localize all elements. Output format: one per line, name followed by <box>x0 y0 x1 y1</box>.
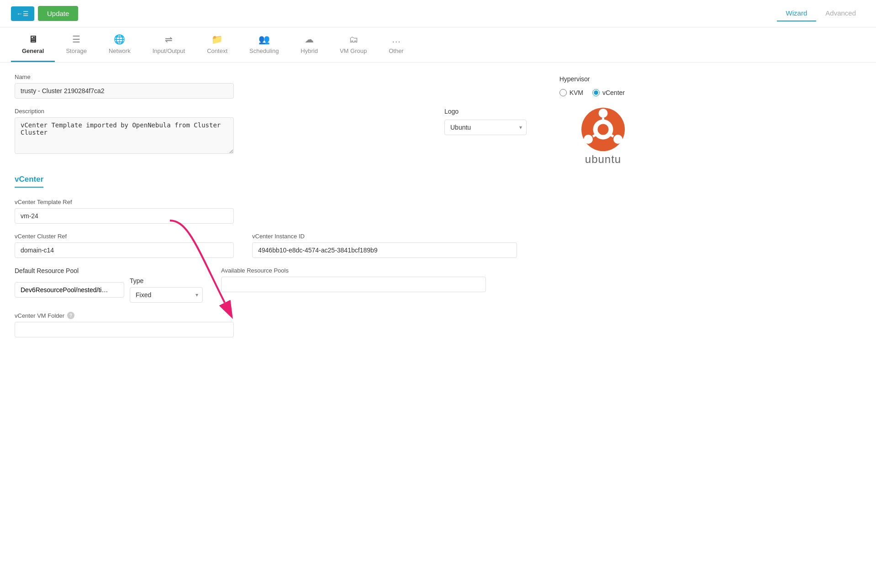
tab-storage-label: Storage <box>66 47 87 54</box>
vmgroup-icon: 🗂 <box>349 34 358 45</box>
svg-point-2 <box>598 124 609 135</box>
tab-network[interactable]: 🌐 Network <box>98 27 142 62</box>
cluster-ref-input[interactable] <box>15 242 234 258</box>
description-field-group: Description vCenter Template imported by… <box>15 108 234 154</box>
top-bar-left: ←☰ Update <box>11 6 78 21</box>
cluster-instance-row: vCenter Cluster Ref vCenter Instance ID <box>15 233 625 258</box>
available-pools-field: Available Resource Pools <box>221 267 486 292</box>
available-pools-label: Available Resource Pools <box>221 267 486 274</box>
template-ref-label: vCenter Template Ref <box>15 199 234 205</box>
name-field-group: Name <box>15 74 234 99</box>
template-ref-field: vCenter Template Ref <box>15 199 234 224</box>
context-icon: 📁 <box>211 34 223 45</box>
instance-id-label: vCenter Instance ID <box>252 233 517 240</box>
general-icon: 🖥 <box>28 34 37 45</box>
vm-folder-help-icon[interactable]: ? <box>67 312 74 319</box>
tab-hybrid-label: Hybrid <box>301 47 318 54</box>
radio-group: KVM vCenter <box>559 89 625 96</box>
vm-folder-input[interactable] <box>15 322 234 337</box>
vm-folder-section: vCenter VM Folder ? <box>15 312 625 337</box>
back-button[interactable]: ←☰ <box>11 6 34 21</box>
tab-context[interactable]: 📁 Context <box>196 27 238 62</box>
default-pool-input[interactable] <box>15 282 124 298</box>
vcenter-option[interactable]: vCenter <box>592 89 625 96</box>
name-input[interactable] <box>15 83 234 99</box>
instance-id-input[interactable] <box>252 242 517 258</box>
top-bar: ←☰ Update Wizard Advanced <box>0 0 876 27</box>
vm-folder-label: vCenter VM Folder ? <box>15 312 234 319</box>
logo-select-container: Ubuntu CentOS Debian Windows Other ▾ <box>444 120 527 135</box>
type-select-container: Fixed Dynamic ▾ <box>130 287 203 303</box>
hypervisor-section: Hypervisor KVM vCenter <box>559 75 625 96</box>
ubuntu-text: ubuntu <box>585 153 621 166</box>
tab-other[interactable]: … Other <box>378 28 415 62</box>
available-pools-input[interactable] <box>221 277 486 292</box>
vm-folder-field: vCenter VM Folder ? <box>15 312 234 337</box>
description-textarea[interactable]: vCenter Template imported by OpenNebula … <box>15 117 234 154</box>
type-label: Type <box>130 277 203 284</box>
cluster-ref-field: vCenter Cluster Ref <box>15 233 234 258</box>
ubuntu-logo-svg <box>581 108 625 151</box>
template-ref-input[interactable] <box>15 208 234 224</box>
hypervisor-label: Hypervisor <box>559 75 625 83</box>
scheduling-icon: 👥 <box>259 34 270 45</box>
vcenter-radio-label: vCenter <box>602 89 625 96</box>
tab-navigation: 🖥 General ☰ Storage 🌐 Network ⇌ Input/Ou… <box>0 27 876 63</box>
tab-scheduling[interactable]: 👥 Scheduling <box>238 27 290 62</box>
logo-section: Logo Ubuntu CentOS Debian Windows Other … <box>444 108 527 135</box>
hybrid-icon: ☁ <box>305 34 314 45</box>
tab-general-label: General <box>22 47 44 54</box>
tab-input-output[interactable]: ⇌ Input/Output <box>142 27 196 62</box>
tab-storage[interactable]: ☰ Storage <box>55 27 98 62</box>
kvm-label: KVM <box>570 89 583 96</box>
back-icon: ←☰ <box>16 10 29 17</box>
template-ref-row: vCenter Template Ref <box>15 199 625 224</box>
tab-context-label: Context <box>207 47 227 54</box>
description-label: Description <box>15 108 234 115</box>
tab-hybrid[interactable]: ☁ Hybrid <box>290 27 329 62</box>
inputoutput-icon: ⇌ <box>165 34 173 45</box>
kvm-option[interactable]: KVM <box>559 89 583 96</box>
vcenter-section: vCenter vCenter Template Ref vCenter Clu… <box>15 175 625 337</box>
main-content: Name Hypervisor KVM vCenter <box>0 63 639 348</box>
type-select[interactable]: Fixed Dynamic <box>130 287 203 303</box>
default-pool-label: Default Resource Pool <box>15 267 203 274</box>
instance-id-field: vCenter Instance ID <box>252 233 517 258</box>
update-button[interactable]: Update <box>38 6 78 21</box>
storage-icon: ☰ <box>72 34 80 45</box>
vcenter-grid: vCenter Template Ref vCenter Cluster Ref… <box>15 199 625 337</box>
name-label: Name <box>15 74 234 80</box>
logo-label: Logo <box>444 108 527 115</box>
tab-network-label: Network <box>109 47 131 54</box>
resource-pool-row: Default Resource Pool Type Fixed Dynamic… <box>15 267 625 303</box>
tab-advanced[interactable]: Advanced <box>816 5 865 21</box>
vcenter-radio[interactable] <box>592 89 600 96</box>
tab-vmgroup-label: VM Group <box>340 47 367 54</box>
ubuntu-logo: ubuntu <box>581 108 625 166</box>
network-icon: 🌐 <box>114 34 125 45</box>
tab-vm-group[interactable]: 🗂 VM Group <box>329 28 378 62</box>
cluster-ref-label: vCenter Cluster Ref <box>15 233 234 240</box>
other-icon: … <box>391 34 401 45</box>
tab-other-label: Other <box>389 47 404 54</box>
tab-inputoutput-label: Input/Output <box>153 47 185 54</box>
svg-point-3 <box>599 109 608 118</box>
vcenter-section-title: vCenter <box>15 175 43 188</box>
svg-point-4 <box>613 135 623 144</box>
tab-general[interactable]: 🖥 General <box>11 28 55 62</box>
tab-wizard[interactable]: Wizard <box>777 5 817 21</box>
logo-select[interactable]: Ubuntu CentOS Debian Windows Other <box>444 120 527 135</box>
tab-scheduling-label: Scheduling <box>249 47 279 54</box>
svg-point-5 <box>584 135 593 144</box>
top-bar-right: Wizard Advanced <box>777 5 865 21</box>
kvm-radio[interactable] <box>559 89 567 96</box>
